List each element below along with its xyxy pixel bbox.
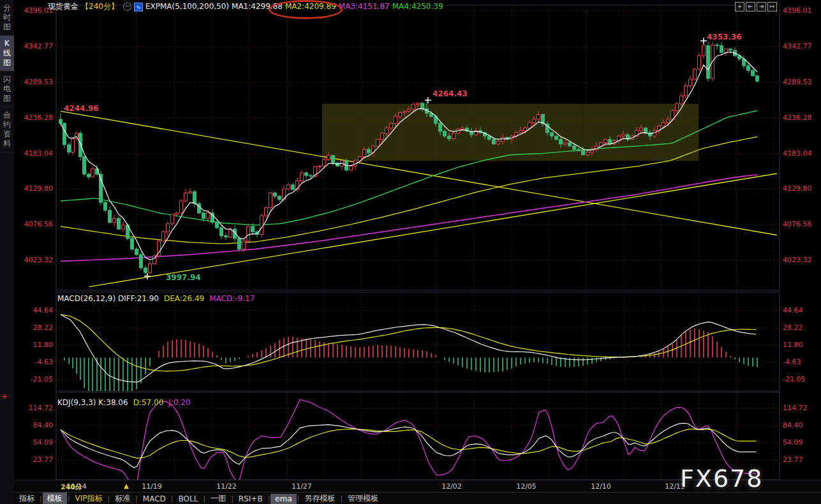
menu-item-指标[interactable]: 指标	[15, 493, 39, 504]
chart-style-icon[interactable]: ∿	[134, 3, 143, 11]
fit-right-axis-icon[interactable]: ⇥	[757, 2, 766, 11]
sidebar-item-闪电图[interactable]: 闪电图	[0, 71, 14, 107]
period-label[interactable]: 【240分】	[81, 2, 119, 11]
menu-separator: |	[171, 494, 174, 503]
menu-separator: |	[341, 494, 343, 503]
date-tick-label: 12/02	[439, 482, 464, 491]
chart-header: 现货黄金【240分】−∿EXPMA(5,100,200,50)MA1:4299.…	[48, 1, 448, 11]
kdj-panel-header: KDJ(9,3,3) K:38.06D:57.00J:0.20	[57, 398, 196, 407]
indicator-value-label: D:57.00	[133, 398, 164, 407]
date-tick-label: 11/27	[289, 482, 314, 491]
menu-item-VIP指标[interactable]: VIP指标	[70, 493, 107, 504]
red-circle-annotation	[269, 0, 343, 19]
interval-up-triangle-icon[interactable]: ▲	[124, 482, 129, 489]
menu-item-另存模板[interactable]: 另存模板	[300, 493, 340, 504]
indicator-value-label: KDJ(9,3,3) K:38.06	[57, 398, 128, 407]
indicator-name: EXPMA(5,100,200,50)	[145, 2, 229, 11]
crosshair-icon[interactable]: +	[735, 2, 744, 11]
collapse-icon[interactable]: −	[123, 3, 131, 11]
ma-value-label: MA4:4250.39	[392, 2, 443, 11]
ma-value-label: MA3:4151.87	[339, 2, 390, 11]
indicator-alert-icon[interactable]: ✳	[1, 392, 8, 401]
trading-app-window: 分时图K线图闪电图合约资料 现货黄金【240分】−∿EXPMA(5,100,20…	[0, 0, 821, 504]
sidebar: 分时图K线图闪电图合约资料	[0, 0, 14, 504]
menu-item-ema[interactable]: ema	[270, 494, 296, 504]
sidebar-item-合约资料[interactable]: 合约资料	[0, 107, 14, 152]
date-tick-label: 11/14	[64, 482, 89, 491]
menu-item-一图[interactable]: 一图	[206, 493, 230, 504]
menu-separator: |	[68, 494, 70, 503]
menu-item-MACD[interactable]: MACD	[138, 494, 170, 504]
menu-separator: |	[231, 494, 233, 503]
date-tick-label: 11/19	[139, 482, 165, 491]
indicator-value-label: DEA:26.49	[164, 294, 204, 303]
date-tick-label: 12/05	[514, 482, 539, 491]
chart-canvas[interactable]	[0, 0, 821, 504]
sidebar-item-分时图[interactable]: 分时图	[0, 0, 14, 36]
symbol-title: 现货黄金	[48, 2, 78, 11]
menu-separator: |	[135, 494, 138, 503]
go-latest-icon[interactable]: ↦	[767, 2, 777, 11]
menu-item-RSI+B[interactable]: RSI+B	[234, 494, 267, 504]
menu-separator: |	[297, 494, 300, 503]
menu-separator: |	[268, 494, 270, 503]
indicator-value-label: J:0.20	[168, 398, 190, 407]
menu-separator: |	[40, 494, 42, 503]
date-tick-label: 12/10	[588, 482, 614, 491]
chart-toolbar-icons: +⇤⇥↦	[735, 2, 777, 11]
indicator-value-label: MACD:-9.17	[209, 294, 255, 303]
menu-item-标准[interactable]: 标准	[110, 493, 135, 504]
indicator-value-label: MACD(26,12,9) DIFF:21.90	[57, 294, 159, 303]
macd-panel-header: MACD(26,12,9) DIFF:21.90DEA:26.49MACD:-9…	[57, 294, 260, 303]
menu-item-模板[interactable]: 模板	[43, 493, 67, 504]
fit-left-axis-icon[interactable]: ⇤	[746, 2, 755, 11]
menu-item-管理模板[interactable]: 管理模板	[343, 493, 383, 504]
menu-item-BOLL[interactable]: BOLL	[174, 494, 203, 504]
watermark: FX678	[680, 464, 763, 493]
menu-separator: |	[107, 494, 110, 503]
menu-separator: |	[203, 494, 205, 503]
bottom-menu-bar: 指标|模板|VIP指标|标准|MACD|BOLL|一图|RSI+B|ema|另存…	[14, 492, 821, 504]
date-tick-label: 11/22	[214, 482, 239, 491]
sidebar-item-K线图[interactable]: K线图	[0, 36, 14, 71]
